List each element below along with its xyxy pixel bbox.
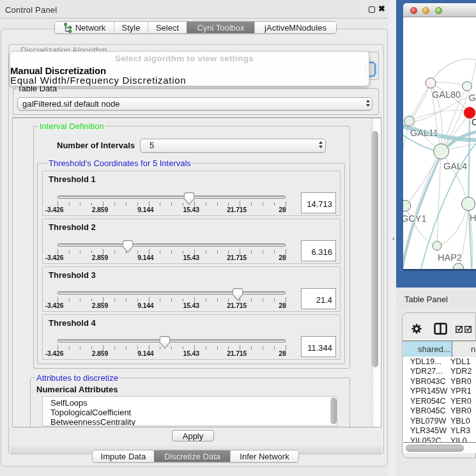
svg-text:GA: GA [469,93,476,103]
svg-text:C: C [472,117,476,127]
svg-text:GCY1: GCY1 [403,213,427,224]
svg-text:GAL4: GAL4 [443,161,467,171]
svg-text:GAL80: GAL80 [432,89,461,100]
svg-text:GAL11: GAL11 [410,128,438,138]
svg-text:H: H [470,213,476,223]
svg-text:HAP2: HAP2 [438,252,462,263]
